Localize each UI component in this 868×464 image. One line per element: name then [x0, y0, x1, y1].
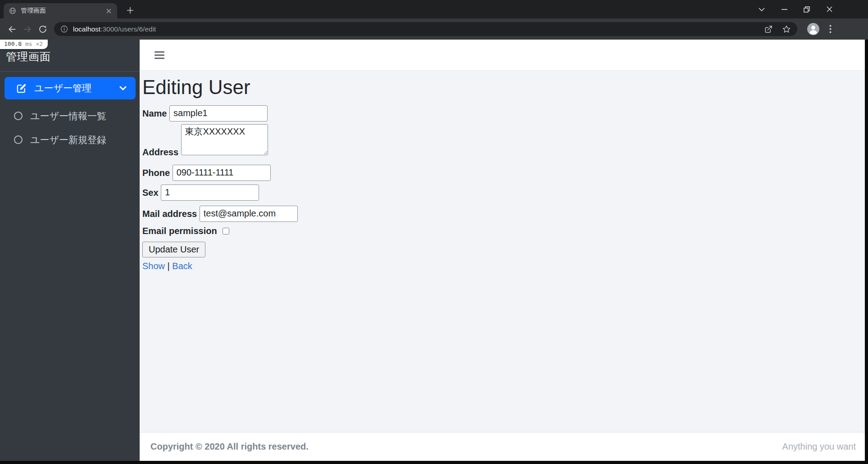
- sidebar-item-user-management[interactable]: ユーザー管理: [5, 77, 136, 99]
- footer: Copyright © 2020 All rights reserved. An…: [140, 432, 865, 461]
- window-controls: [756, 0, 835, 18]
- email-permission-row: Email permission: [142, 226, 865, 236]
- forward-button[interactable]: [20, 22, 35, 37]
- address-textarea[interactable]: 東京XXXXXXX: [181, 124, 268, 155]
- back-link[interactable]: Back: [172, 261, 192, 271]
- profiler-unit: ms: [25, 41, 32, 47]
- site-info-icon[interactable]: [60, 25, 68, 33]
- profiler-badge[interactable]: 100.8 ms ×2: [0, 40, 48, 49]
- phone-field-row: Phone: [142, 165, 865, 181]
- profile-avatar[interactable]: [807, 23, 819, 35]
- window-bottom-edge: [0, 461, 868, 464]
- window-close-button[interactable]: [824, 4, 835, 15]
- content: Editing User Name Address 東京XXXXXXX Phon…: [140, 71, 865, 432]
- email-permission-checkbox[interactable]: [223, 228, 229, 234]
- chevron-down-icon: [119, 86, 127, 90]
- browser-menu-kebab-icon[interactable]: [825, 24, 836, 35]
- mail-field-row: Mail address: [142, 206, 865, 222]
- edit-pencil-square-icon: [16, 83, 27, 94]
- window-restore-button[interactable]: [801, 4, 812, 15]
- url-path: :3000/users/6/edit: [100, 25, 156, 33]
- tab-title: 管理画面: [21, 7, 100, 15]
- new-tab-button[interactable]: [124, 5, 136, 16]
- circle-bullet-icon: [14, 112, 23, 120]
- profiler-time: 100.8: [4, 41, 22, 47]
- update-user-button[interactable]: Update User: [142, 242, 205, 257]
- sidebar-item-label: ユーザー情報一覧: [30, 110, 106, 122]
- link-separator: |: [168, 261, 170, 271]
- name-label: Name: [142, 108, 167, 118]
- main-area: Editing User Name Address 東京XXXXXXX Phon…: [140, 40, 865, 461]
- window-right-edge: [865, 40, 868, 464]
- copyright-text: Copyright © 2020 All rights reserved.: [150, 441, 309, 452]
- url-host: localhost: [73, 25, 100, 33]
- window-minimize-button[interactable]: [779, 4, 790, 15]
- circle-bullet-icon: [14, 135, 23, 144]
- phone-input[interactable]: [173, 165, 271, 181]
- show-link[interactable]: Show: [142, 261, 165, 271]
- phone-label: Phone: [142, 167, 170, 177]
- address-field-row: Address 東京XXXXXXX: [142, 124, 865, 158]
- mail-address-label: Mail address: [142, 208, 197, 218]
- name-field-row: Name: [142, 105, 865, 122]
- hamburger-menu-icon[interactable]: [155, 51, 164, 59]
- browser-tab-strip: 管理画面: [0, 0, 868, 18]
- bookmark-star-icon[interactable]: [782, 25, 791, 34]
- page: 100.8 ms ×2 管理画面 ユーザー管理 ユーザー情報一覧 ユーザー新規登: [0, 40, 865, 461]
- favicon-globe-icon: [9, 7, 16, 14]
- tab-close-icon[interactable]: [105, 7, 113, 15]
- back-button[interactable]: [5, 22, 20, 37]
- sidebar-item-user-list[interactable]: ユーザー情報一覧: [0, 108, 140, 123]
- address-bar[interactable]: localhost:3000/users/6/edit: [54, 22, 797, 36]
- footer-tagline: Anything you want: [782, 441, 856, 452]
- name-input[interactable]: [169, 105, 268, 122]
- sex-input[interactable]: [161, 185, 259, 201]
- links-row: Show | Back: [142, 261, 865, 271]
- url-text: localhost:3000/users/6/edit: [73, 25, 156, 33]
- top-navbar: [140, 40, 865, 71]
- reload-button[interactable]: [35, 22, 50, 37]
- submit-row: Update User: [142, 242, 865, 257]
- browser-toolbar: localhost:3000/users/6/edit: [0, 18, 868, 40]
- sidebar-item-label: ユーザー管理: [34, 82, 112, 95]
- profiler-count: ×2: [36, 41, 43, 47]
- address-label: Address: [142, 147, 178, 157]
- browser-tab[interactable]: 管理画面: [4, 3, 117, 18]
- sidebar-divider: [0, 71, 140, 72]
- sex-label: Sex: [142, 187, 159, 197]
- sidebar-item-label: ユーザー新規登録: [30, 134, 106, 146]
- sidebar-item-user-register[interactable]: ユーザー新規登録: [0, 132, 140, 147]
- sex-field-row: Sex: [142, 185, 865, 201]
- share-icon[interactable]: [764, 25, 773, 34]
- page-title: Editing User: [142, 76, 865, 99]
- sidebar: 管理画面 ユーザー管理 ユーザー情報一覧 ユーザー新規登録: [0, 40, 140, 461]
- mail-address-input[interactable]: [200, 206, 298, 222]
- tab-search-chevron-icon[interactable]: [756, 4, 767, 15]
- email-permission-label: Email permission: [142, 226, 217, 236]
